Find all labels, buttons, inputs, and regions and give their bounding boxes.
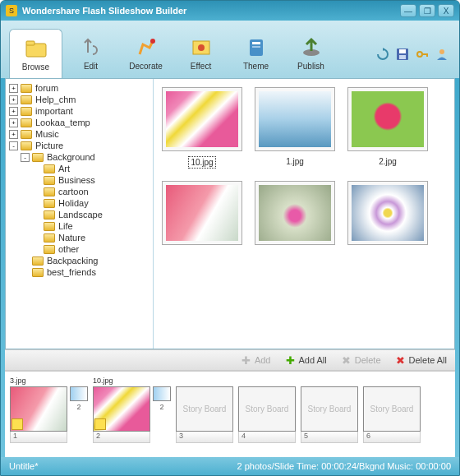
sb-frame: Story Board4 <box>238 377 296 443</box>
storyboard[interactable]: 3.jpg1210.jpg22Story Board3Story Board4S… <box>5 371 455 457</box>
tree-label: Life <box>58 221 73 231</box>
add-all-button[interactable]: ✚Add All <box>285 355 326 365</box>
transition-slot[interactable]: 2 <box>70 386 88 432</box>
storyboard-slot[interactable]: Story Board5 <box>301 377 358 452</box>
tree-node[interactable]: cartoon <box>9 186 150 197</box>
tree-node[interactable]: best_friends <box>9 266 150 278</box>
storyboard-slot[interactable]: Story Board6 <box>363 377 421 452</box>
tree-node[interactable]: -Background <box>9 151 150 163</box>
tree-toggle[interactable]: + <box>9 130 18 139</box>
x-icon: ✖ <box>396 355 406 365</box>
folder-icon <box>32 256 44 266</box>
tree-node[interactable]: Art <box>9 163 150 174</box>
main-pane: +forum+Help_chm+important+Lookaa_temp+Mu… <box>6 79 454 349</box>
thumb-caption: 1.jpg <box>284 156 306 167</box>
tab-label: Decorate <box>129 62 163 71</box>
tree-label: Holiday <box>58 198 89 208</box>
add-button[interactable]: ✚Add <box>242 355 271 365</box>
svg-rect-6 <box>252 42 260 44</box>
tree-node[interactable]: +Lookaa_temp <box>9 117 150 128</box>
sb-image <box>93 386 150 432</box>
thumbnail[interactable] <box>255 181 335 252</box>
thumb-frame <box>347 181 428 245</box>
sb-number: 4 <box>238 432 296 443</box>
tree-node[interactable]: Nature <box>9 232 150 243</box>
tab-effect[interactable]: Effect <box>174 29 228 78</box>
thumb-frame <box>162 87 242 151</box>
thumbnail[interactable] <box>347 181 428 252</box>
sb-frame: 3.jpg1 <box>10 377 67 443</box>
sb-caption <box>363 377 421 385</box>
sb-caption <box>301 377 358 385</box>
tree-toggle[interactable]: - <box>21 153 30 162</box>
key-icon[interactable] <box>415 47 430 62</box>
effect-badge-icon <box>12 418 23 430</box>
tab-theme[interactable]: Theme <box>229 29 283 78</box>
tree-node[interactable]: other <box>9 243 150 255</box>
storyboard-slot[interactable]: 3.jpg12 <box>10 377 88 452</box>
tree-label: cartoon <box>58 187 89 196</box>
close-button[interactable]: X <box>438 4 454 17</box>
tab-label: Effect <box>191 62 211 71</box>
tab-edit[interactable]: Edit <box>64 29 117 78</box>
folder-icon <box>44 176 55 185</box>
tree-node[interactable]: +Music <box>9 128 150 140</box>
tree-toggle[interactable]: - <box>9 141 18 150</box>
tree-node[interactable]: Backpacking <box>9 255 150 266</box>
maximize-button[interactable]: ❐ <box>419 4 435 17</box>
plus-icon: ✚ <box>242 355 251 365</box>
statusbar: Untitle* 2 photos/Slide Time: 00:00:24/B… <box>1 457 459 475</box>
tree-node[interactable]: Life <box>9 220 150 232</box>
tree-node[interactable]: Business <box>9 174 150 186</box>
tree-node[interactable]: -Picture <box>9 140 150 151</box>
tree-label: Landscape <box>58 210 103 220</box>
svg-point-2 <box>150 39 155 44</box>
window-buttons: — ❐ X <box>400 4 454 17</box>
thumbnail[interactable]: 2.jpg <box>347 87 428 169</box>
thumbnail[interactable]: 10.jpg <box>162 87 242 169</box>
storyboard-slot[interactable]: Story Board4 <box>238 377 296 452</box>
transition-slot[interactable]: 2 <box>153 386 171 432</box>
tree-label: Music <box>35 129 59 139</box>
content-area: +forum+Help_chm+important+Lookaa_temp+Mu… <box>5 78 455 349</box>
tab-publish[interactable]: Publish <box>284 29 338 78</box>
delete-all-button[interactable]: ✖Delete All <box>396 355 447 365</box>
decorate-icon <box>135 36 158 59</box>
sb-caption <box>176 377 233 385</box>
storyboard-slot[interactable]: 10.jpg22 <box>93 377 171 452</box>
thumb-caption: 10.jpg <box>188 156 215 169</box>
tree-toggle[interactable]: + <box>9 84 18 93</box>
sb-number: 5 <box>301 432 358 443</box>
folder-icon <box>32 268 44 277</box>
status-info: 2 photos/Slide Time: 00:00:24/Bkgnd Musi… <box>237 461 452 471</box>
thumb-frame <box>347 87 428 151</box>
tree-label: Lookaa_temp <box>35 118 90 127</box>
folder-tree[interactable]: +forum+Help_chm+important+Lookaa_temp+Mu… <box>6 79 154 349</box>
tree-node[interactable]: +Help_chm <box>9 94 150 105</box>
add-all-label: Add All <box>298 355 326 365</box>
tree-node[interactable]: Holiday <box>9 197 150 209</box>
thumbnail[interactable]: 1.jpg <box>255 87 335 169</box>
sb-frame: Story Board3 <box>176 377 233 443</box>
add-label: Add <box>255 355 271 365</box>
save-icon[interactable] <box>395 47 410 62</box>
tab-browse[interactable]: Browse <box>9 29 62 78</box>
tree-node[interactable]: +forum <box>9 82 150 94</box>
tree-node[interactable]: +important <box>9 105 150 117</box>
tab-decorate[interactable]: Decorate <box>119 29 172 78</box>
tree-label: Backpacking <box>47 256 98 266</box>
refresh-icon[interactable] <box>375 47 390 62</box>
minimize-button[interactable]: — <box>400 4 416 17</box>
thumbnail-grid: 10.jpg1.jpg2.jpg <box>154 79 454 349</box>
tree-toggle[interactable]: + <box>9 118 18 127</box>
svg-rect-14 <box>426 53 428 57</box>
folder-icon <box>44 222 55 231</box>
user-icon[interactable] <box>435 47 449 62</box>
tree-node[interactable]: Landscape <box>9 209 150 220</box>
tree-toggle[interactable]: + <box>9 95 18 104</box>
effect-icon <box>190 36 213 59</box>
thumbnail[interactable] <box>162 181 242 252</box>
delete-button[interactable]: ✖Delete <box>342 355 381 365</box>
tree-toggle[interactable]: + <box>9 107 18 116</box>
storyboard-slot[interactable]: Story Board3 <box>176 377 233 452</box>
